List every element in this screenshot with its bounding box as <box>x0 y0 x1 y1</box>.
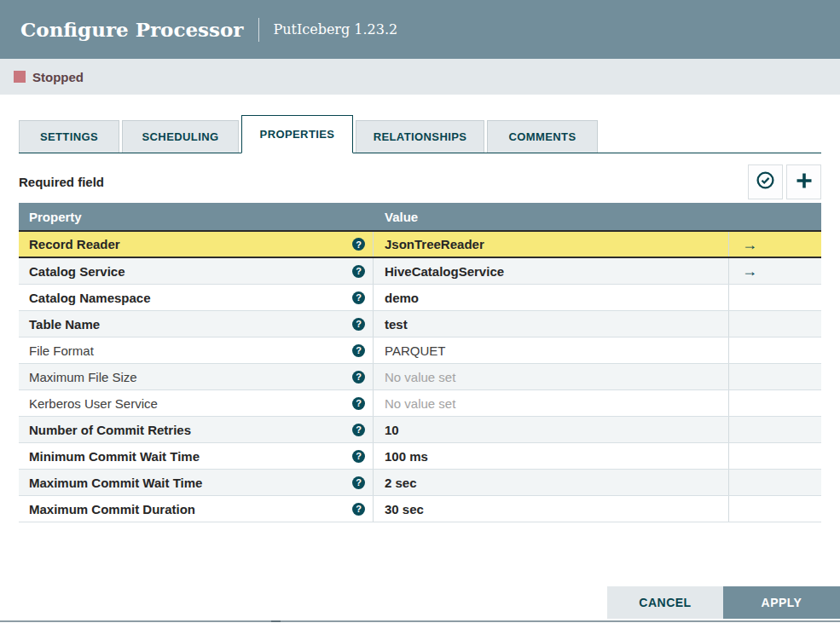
help-icon[interactable]: ? <box>352 476 365 489</box>
property-row[interactable]: Maximum Commit Duration ? 30 sec <box>19 496 821 522</box>
dialog-title: Configure Processor <box>20 18 243 41</box>
help-icon[interactable]: ? <box>352 503 365 516</box>
property-name: Maximum Commit Wait Time <box>29 476 202 490</box>
tab-settings[interactable]: SETTINGS <box>19 120 119 153</box>
bottom-edge-notch <box>271 620 281 622</box>
properties-toolbar: Required field <box>19 164 821 199</box>
property-name: Kerberos User Service <box>29 396 158 411</box>
property-row[interactable]: Number of Commit Retries ? 10 <box>19 417 821 443</box>
status-bar: Stopped <box>0 59 840 95</box>
processor-type-version: PutIceberg 1.23.2 <box>273 21 397 37</box>
property-value[interactable]: JsonTreeReader <box>385 237 484 251</box>
column-header-property: Property <box>19 210 374 224</box>
verify-properties-button[interactable] <box>748 164 783 199</box>
property-row[interactable]: Kerberos User Service ? No value set <box>19 390 821 417</box>
property-value[interactable]: 30 sec <box>385 502 424 516</box>
property-value[interactable]: PARQUET <box>385 343 445 358</box>
cancel-button[interactable]: CANCEL <box>607 586 723 619</box>
add-property-button[interactable] <box>786 164 821 199</box>
help-icon[interactable]: ? <box>352 291 365 304</box>
help-icon[interactable]: ? <box>352 397 365 410</box>
help-icon[interactable]: ? <box>352 265 365 278</box>
property-row[interactable]: Catalog Service ? HiveCatalogService → <box>19 258 821 285</box>
property-row[interactable]: Maximum Commit Wait Time ? 2 sec <box>19 470 821 496</box>
title-separator <box>258 18 259 42</box>
dialog-bottom-edge <box>0 620 840 622</box>
tab-relationships[interactable]: RELATIONSHIPS <box>356 120 484 153</box>
properties-table-body: Record Reader ? JsonTreeReader → Catalog… <box>19 230 821 522</box>
dialog-titlebar: Configure Processor PutIceberg 1.23.2 <box>0 0 840 59</box>
property-name: Record Reader <box>29 237 120 251</box>
stopped-status-icon <box>14 71 26 83</box>
help-icon[interactable]: ? <box>352 371 365 384</box>
go-to-service-icon[interactable]: → <box>742 237 757 252</box>
property-value[interactable]: demo <box>385 291 419 305</box>
property-value[interactable]: 10 <box>385 423 399 437</box>
tab-scheduling[interactable]: SCHEDULING <box>122 120 239 153</box>
property-value[interactable]: 100 ms <box>385 449 428 464</box>
dialog-footer: CANCEL APPLY <box>607 586 840 619</box>
property-name: Maximum File Size <box>29 370 137 384</box>
property-value[interactable]: test <box>385 317 408 332</box>
property-row[interactable]: File Format ? PARQUET <box>19 337 821 364</box>
help-icon[interactable]: ? <box>352 450 365 463</box>
property-name: Number of Commit Retries <box>29 423 191 437</box>
tab-comments[interactable]: COMMENTS <box>487 120 598 153</box>
apply-button[interactable]: APPLY <box>723 586 840 619</box>
properties-table: Property Value Record Reader ? JsonTreeR… <box>19 203 821 522</box>
property-value[interactable]: HiveCatalogService <box>385 264 504 279</box>
property-row[interactable]: Minimum Commit Wait Time ? 100 ms <box>19 443 821 470</box>
column-header-value: Value <box>374 210 821 224</box>
help-icon[interactable]: ? <box>352 424 365 436</box>
dialog-content: SETTINGS SCHEDULING PROPERTIES RELATIONS… <box>0 115 840 522</box>
property-name: File Format <box>29 343 94 358</box>
property-name: Catalog Namespace <box>29 291 151 305</box>
tab-bar: SETTINGS SCHEDULING PROPERTIES RELATIONS… <box>19 115 821 153</box>
property-row[interactable]: Record Reader ? JsonTreeReader → <box>19 230 821 258</box>
property-name: Catalog Service <box>29 264 125 279</box>
go-to-service-icon[interactable]: → <box>742 263 757 279</box>
help-icon[interactable]: ? <box>352 238 365 251</box>
table-header: Property Value <box>19 203 821 231</box>
property-name: Table Name <box>29 317 100 332</box>
tab-properties[interactable]: PROPERTIES <box>241 115 353 153</box>
property-value[interactable]: No value set <box>385 396 455 411</box>
property-row[interactable]: Maximum File Size ? No value set <box>19 364 821 390</box>
help-icon[interactable]: ? <box>352 318 365 331</box>
status-label: Stopped <box>32 70 84 84</box>
property-value[interactable]: 2 sec <box>385 476 417 490</box>
check-circle-icon <box>756 170 775 193</box>
property-row[interactable]: Catalog Namespace ? demo <box>19 285 821 311</box>
property-name: Maximum Commit Duration <box>29 502 195 516</box>
property-name: Minimum Commit Wait Time <box>29 449 200 464</box>
property-row[interactable]: Table Name ? test <box>19 311 821 337</box>
help-icon[interactable]: ? <box>352 344 365 357</box>
property-value[interactable]: No value set <box>385 370 455 384</box>
required-field-label: Required field <box>19 175 104 189</box>
plus-icon <box>794 170 814 194</box>
